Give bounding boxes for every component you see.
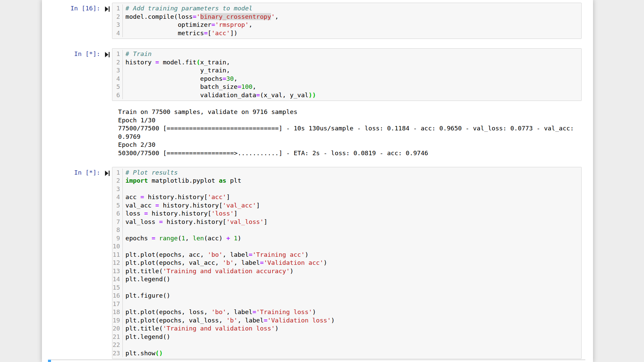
line-number: 7 (112, 218, 123, 226)
code-text: batch_size=100, (123, 83, 256, 91)
code-text: plt.legend() (123, 333, 170, 341)
prompt-area: In [16]: (48, 3, 112, 39)
code-line: 1# Plot results (112, 169, 581, 177)
line-number: 14 (112, 275, 123, 284)
code-line: 3 (112, 185, 581, 193)
line-number: 23 (112, 349, 123, 358)
code-text: # Add training parameters to model (123, 4, 253, 13)
line-number: 13 (112, 267, 123, 276)
code-text (123, 226, 125, 234)
prompt-area: In [*]: (48, 48, 112, 101)
code-line: 9epochs = range(1, len(acc) + 1) (112, 234, 581, 243)
run-cell-icon[interactable] (104, 170, 110, 177)
input-prompt: In [*]: (74, 169, 104, 177)
prompt-area: In [*]: (48, 167, 112, 359)
code-editor[interactable]: 1# Add training parameters to model2mode… (112, 3, 582, 39)
line-number: 4 (112, 193, 123, 201)
input-prompt: In [*]: (74, 50, 104, 58)
code-line: 2import matplotlib.pyplot as plt (112, 177, 581, 185)
code-line: 19plt.plot(epochs, val_loss, 'b', label=… (112, 316, 581, 325)
code-text: loss = history.history['loss'] (123, 209, 237, 218)
code-line: 18plt.plot(epochs, loss, 'bo', label='Tr… (112, 308, 581, 316)
code-line: 1# Train (112, 50, 581, 58)
line-number: 2 (112, 13, 123, 21)
code-text: model.compile(loss='binary_crossentropy'… (123, 13, 279, 21)
line-number: 1 (112, 169, 123, 177)
line-number: 3 (112, 66, 123, 75)
cell-2[interactable]: In [*]:1# Train2history = model.fit(x_tr… (48, 48, 582, 158)
code-text: plt.plot(epochs, val_acc, 'b', label='Va… (123, 259, 327, 267)
cell-1[interactable]: In [16]:1# Add training parameters to mo… (48, 3, 582, 39)
code-line: 2history = model.fit(x_train, (112, 58, 581, 67)
code-editor[interactable]: 1# Train2history = model.fit(x_train,3 y… (112, 48, 582, 101)
code-line: 2model.compile(loss='binary_crossentropy… (112, 13, 581, 21)
line-number: 6 (112, 91, 123, 100)
code-text: metrics=['acc']) (123, 29, 237, 38)
code-line: 13plt.title('Training and validation acc… (112, 267, 581, 276)
code-line: 15 (112, 284, 581, 292)
code-text (123, 284, 125, 292)
code-text: plt.plot(epochs, acc, 'bo', label='Train… (123, 251, 309, 259)
code-cell-row: In [*]:1# Plot results2import matplotlib… (48, 167, 582, 359)
cell-3[interactable]: In [*]:1# Plot results2import matplotlib… (48, 167, 582, 359)
code-text: validation_data=(x_val, y_val)) (123, 91, 316, 100)
code-line: 14plt.legend() (112, 275, 581, 284)
code-text: epochs=30, (123, 75, 237, 83)
code-line: 22 (112, 341, 581, 349)
run-cell-icon[interactable] (104, 51, 110, 58)
line-number: 5 (112, 83, 123, 91)
line-number: 1 (112, 4, 123, 13)
run-cell-icon[interactable] (104, 5, 110, 13)
code-text: val_acc = history.history['val_acc'] (123, 201, 260, 210)
next-cell-selected[interactable] (48, 360, 585, 362)
code-text: acc = history.history['acc'] (123, 193, 230, 201)
code-text: y_train, (123, 66, 230, 75)
line-number: 3 (112, 21, 123, 29)
line-number: 10 (112, 242, 123, 251)
code-text: plt.plot(epochs, loss, 'bo', label='Trai… (123, 308, 316, 316)
line-number: 12 (112, 259, 123, 267)
code-text (123, 300, 125, 308)
code-text: epochs = range(1, len(acc) + 1) (123, 234, 241, 243)
code-text: plt.show() (123, 349, 163, 358)
line-number: 9 (112, 234, 123, 243)
code-text: # Train (123, 50, 152, 58)
line-number: 4 (112, 29, 123, 38)
code-line: 10 (112, 242, 581, 251)
code-line: 17 (112, 300, 581, 308)
code-line: 12plt.plot(epochs, val_acc, 'b', label='… (112, 259, 581, 267)
line-number: 5 (112, 201, 123, 210)
line-number: 17 (112, 300, 123, 308)
code-text: plt.figure() (123, 292, 170, 300)
code-editor[interactable]: 1# Plot results2import matplotlib.pyplot… (112, 167, 582, 359)
code-line: 5 batch_size=100, (112, 83, 581, 91)
code-text: # Plot results (123, 169, 178, 177)
code-cell-row: In [16]:1# Add training parameters to mo… (48, 3, 582, 39)
code-text: plt.title('Training and validation accur… (123, 267, 293, 276)
code-line: 3 y_train, (112, 66, 581, 75)
code-text (123, 185, 125, 193)
line-number: 22 (112, 341, 123, 349)
code-line: 20plt.title('Training and validation los… (112, 324, 581, 333)
line-number: 2 (112, 177, 123, 185)
code-line: 4 epochs=30, (112, 75, 581, 83)
code-line: 6loss = history.history['loss'] (112, 209, 581, 218)
line-number: 2 (112, 58, 123, 67)
notebook-container: In [16]:1# Add training parameters to mo… (42, 0, 593, 362)
line-number: 15 (112, 284, 123, 292)
line-number: 11 (112, 251, 123, 259)
selected-cell-left-bar (48, 360, 51, 362)
code-text: optimizer='rmsprop', (123, 21, 253, 29)
code-line: 7val_loss = history.history['val_loss'] (112, 218, 581, 226)
code-cell-row: In [*]:1# Train2history = model.fit(x_tr… (48, 48, 582, 101)
line-number: 18 (112, 308, 123, 316)
code-line: 8 (112, 226, 581, 234)
code-line: 3 optimizer='rmsprop', (112, 21, 581, 29)
line-number: 8 (112, 226, 123, 234)
code-text: val_loss = history.history['val_loss'] (123, 218, 267, 226)
cell-output-text: Train on 77500 samples, validate on 9716… (118, 108, 582, 158)
line-number: 1 (112, 50, 123, 58)
code-line: 21plt.legend() (112, 333, 581, 341)
code-line: 6 validation_data=(x_val, y_val)) (112, 91, 581, 100)
code-text: history = model.fit(x_train, (123, 58, 230, 67)
